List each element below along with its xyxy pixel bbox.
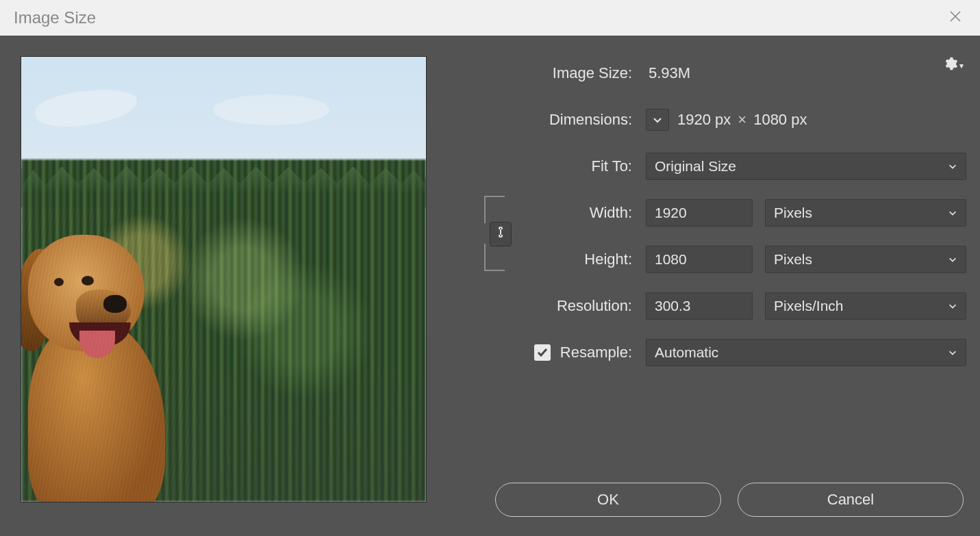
resolution-unit-select[interactable]: Pixels/Inch xyxy=(765,292,966,320)
dimensions-unit-toggle[interactable] xyxy=(646,109,669,131)
image-size-label: Image Size: xyxy=(475,64,646,82)
dialog-body: ▾ Image Size: 5.93M Dimensions: 1920 px … xyxy=(0,36,980,536)
dialog-title: Image Size xyxy=(14,8,96,27)
fit-to-label: Fit To: xyxy=(475,157,646,175)
resample-method-value: Automatic xyxy=(655,344,718,361)
chevron-down-icon xyxy=(948,255,957,264)
image-size-value: 5.93M xyxy=(646,64,690,82)
height-unit-value: Pixels xyxy=(774,251,812,268)
image-preview[interactable] xyxy=(21,56,427,502)
chevron-down-icon xyxy=(948,162,957,171)
dimensions-width: 1920 px xyxy=(677,111,731,129)
height-input[interactable] xyxy=(646,246,753,273)
height-unit-select[interactable]: Pixels xyxy=(765,246,966,273)
link-icon xyxy=(495,225,506,243)
chevron-down-icon xyxy=(948,208,957,218)
chevron-down-icon xyxy=(948,348,957,357)
check-icon xyxy=(536,346,549,359)
titlebar: Image Size xyxy=(0,0,980,36)
ok-button[interactable]: OK xyxy=(495,483,721,517)
dimensions-separator: × xyxy=(738,111,746,129)
chevron-down-icon xyxy=(948,301,957,311)
resample-method-select[interactable]: Automatic xyxy=(646,339,966,366)
resolution-input[interactable] xyxy=(646,292,753,320)
resolution-label: Resolution: xyxy=(475,297,646,315)
chevron-down-icon xyxy=(652,114,663,125)
width-unit-select[interactable]: Pixels xyxy=(765,199,966,227)
dimensions-label: Dimensions: xyxy=(475,111,646,129)
dimensions-height: 1080 px xyxy=(753,111,807,129)
resample-checkbox[interactable] xyxy=(534,344,551,361)
resample-label: Resample: xyxy=(560,344,632,361)
cancel-button[interactable]: Cancel xyxy=(738,483,964,517)
resolution-unit-value: Pixels/Inch xyxy=(774,298,844,314)
width-unit-value: Pixels xyxy=(774,205,812,221)
dialog-footer: OK Cancel xyxy=(475,483,966,521)
width-input[interactable] xyxy=(646,199,753,227)
fit-to-select[interactable]: Original Size xyxy=(646,153,966,180)
close-button[interactable] xyxy=(944,4,966,31)
constrain-proportions-bracket xyxy=(484,196,517,271)
fit-to-value: Original Size xyxy=(655,158,736,175)
controls-panel: ▾ Image Size: 5.93M Dimensions: 1920 px … xyxy=(475,56,966,521)
constrain-proportions-button[interactable] xyxy=(490,222,512,246)
